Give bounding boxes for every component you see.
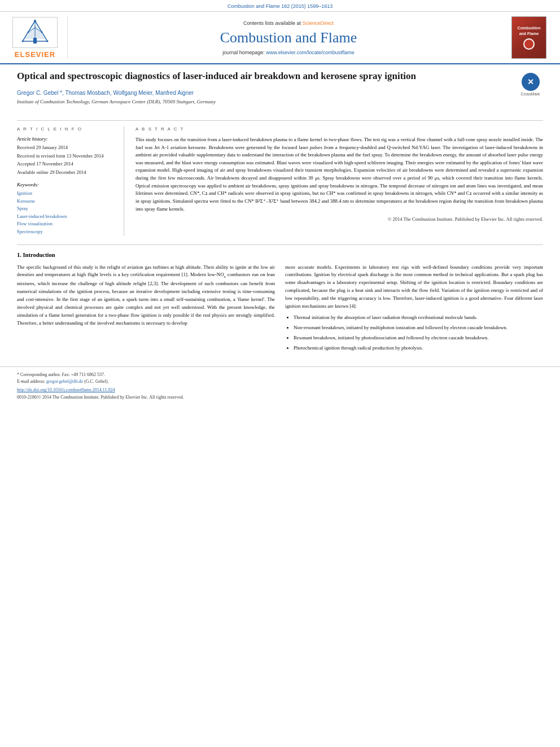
svg-point-6 bbox=[34, 20, 36, 22]
body-columns: The specific background of this study is… bbox=[17, 264, 543, 356]
authors: Gregor C. Gebel *, Thomas Mosbach, Wolfg… bbox=[17, 90, 512, 96]
top-bar: Combustion and Flame 162 (2015) 1599–161… bbox=[0, 0, 560, 12]
body-right-text: more accurate models. Experiments in lab… bbox=[285, 264, 543, 352]
affiliation: Institute of Combustion Technology, Germ… bbox=[17, 99, 512, 104]
crossmark-icon: ✕ bbox=[522, 73, 540, 91]
list-item: Photochemical ignition through radical p… bbox=[294, 344, 543, 352]
abstract-text: This study focuses on the transition fro… bbox=[135, 136, 543, 223]
keyword-spectroscopy: Spectroscopy bbox=[17, 228, 115, 236]
article-info-header: A R T I C L E I N F O bbox=[17, 126, 115, 132]
cover-box: Combustion and Flame bbox=[511, 16, 546, 59]
copyright-line: © 2014 The Combustion Institute. Publish… bbox=[135, 216, 543, 223]
article-info: A R T I C L E I N F O Article history: R… bbox=[17, 126, 124, 236]
svg-point-7 bbox=[28, 31, 29, 33]
cover-box-title: Combustion and Flame bbox=[514, 25, 544, 36]
keywords-section: Keywords: Ignition Kerosene Spray Laser-… bbox=[17, 182, 115, 236]
list-item: Resonant breakdown, initiated by photodi… bbox=[294, 334, 543, 342]
footnote-corresponding: * Corresponding author. Fax: +49 711 686… bbox=[17, 372, 543, 378]
crossmark-section: ✕ CrossMark bbox=[518, 70, 543, 96]
article-content: Optical and spectroscopic diagnostics of… bbox=[0, 64, 560, 366]
received-date: Received 29 January 2014 bbox=[17, 144, 115, 151]
body-left-text: The specific background of this study is… bbox=[17, 264, 275, 327]
keyword-spray: Spray bbox=[17, 205, 115, 213]
elsevier-logo-section: ELSEVIER bbox=[11, 16, 68, 59]
svg-point-10 bbox=[47, 40, 49, 42]
keyword-ignition: Ignition bbox=[17, 190, 115, 198]
page-footer: * Corresponding author. Fax: +49 711 686… bbox=[0, 366, 560, 405]
keyword-laser: Laser-induced breakdown bbox=[17, 213, 115, 221]
elsevier-wordmark: ELSEVIER bbox=[15, 50, 55, 59]
journal-reference: Combustion and Flame 162 (2015) 1599–161… bbox=[228, 3, 333, 9]
section-divider bbox=[17, 244, 543, 245]
svg-point-9 bbox=[22, 40, 24, 42]
available-date: Available online 29 December 2014 bbox=[17, 169, 115, 176]
doi-link[interactable]: http://dx.doi.org/10.1016/j.combustflame… bbox=[17, 387, 543, 392]
svg-point-8 bbox=[41, 31, 43, 33]
received-revised-date: Received in revised form 13 November 201… bbox=[17, 152, 115, 160]
section-introduction: 1. Introduction The specific background … bbox=[17, 252, 543, 356]
article-info-abstract-section: A R T I C L E I N F O Article history: R… bbox=[17, 120, 543, 236]
laser-mechanisms-list: Thermal initiation by the absorption of … bbox=[294, 314, 543, 352]
history-label: Article history: bbox=[17, 136, 115, 142]
elsevier-tree-icon bbox=[18, 20, 52, 45]
crossmark-label: CrossMark bbox=[521, 92, 540, 96]
header-center: Contents lists available at ScienceDirec… bbox=[76, 16, 501, 59]
journal-title: Combustion and Flame bbox=[220, 29, 357, 46]
keyword-flow: Flow visualization bbox=[17, 220, 115, 228]
keywords-label: Keywords: bbox=[17, 182, 115, 187]
elsevier-logo-box bbox=[12, 17, 58, 48]
journal-homepage: journal homepage: www.elsevier.com/locat… bbox=[222, 50, 355, 55]
cover-circle-decoration bbox=[523, 38, 535, 50]
page-header: ELSEVIER Contents lists available at Sci… bbox=[0, 12, 560, 64]
abstract-header: A B S T R A C T bbox=[135, 126, 543, 132]
keyword-kerosene: Kerosene bbox=[17, 198, 115, 206]
science-direct-link[interactable]: ScienceDirect bbox=[303, 20, 334, 26]
issn-line: 0010-2180/© 2014 The Combustion Institut… bbox=[17, 395, 543, 400]
article-title-section: Optical and spectroscopic diagnostics of… bbox=[17, 70, 543, 115]
science-direct-line: Contents lists available at ScienceDirec… bbox=[243, 20, 334, 26]
list-item: Non-resonant breakdown, initiated by mul… bbox=[294, 324, 543, 332]
section-1-title: 1. Introduction bbox=[17, 252, 543, 258]
accepted-date: Accepted 17 November 2014 bbox=[17, 160, 115, 168]
article-title: Optical and spectroscopic diagnostics of… bbox=[17, 70, 512, 83]
email-link[interactable]: gregor.gebel@dlr.de bbox=[46, 379, 83, 384]
article-title-text: Optical and spectroscopic diagnostics of… bbox=[17, 70, 512, 110]
footnote-email: E-mail address: gregor.gebel@dlr.de (G.C… bbox=[17, 378, 543, 385]
body-left-col: The specific background of this study is… bbox=[17, 264, 275, 356]
abstract-section: A B S T R A C T This study focuses on th… bbox=[135, 126, 543, 236]
journal-cover-image: Combustion and Flame bbox=[509, 16, 549, 59]
list-item: Thermal initiation by the absorption of … bbox=[294, 314, 543, 322]
body-right-col: more accurate models. Experiments in lab… bbox=[285, 264, 543, 356]
